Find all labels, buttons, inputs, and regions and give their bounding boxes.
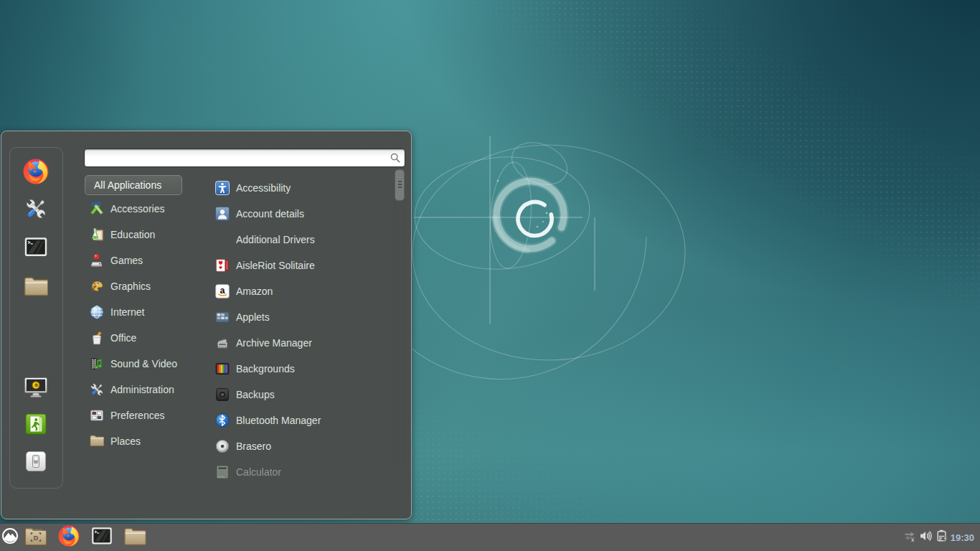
svg-text:a: a [220, 286, 226, 296]
svg-text:D: D [33, 534, 38, 542]
